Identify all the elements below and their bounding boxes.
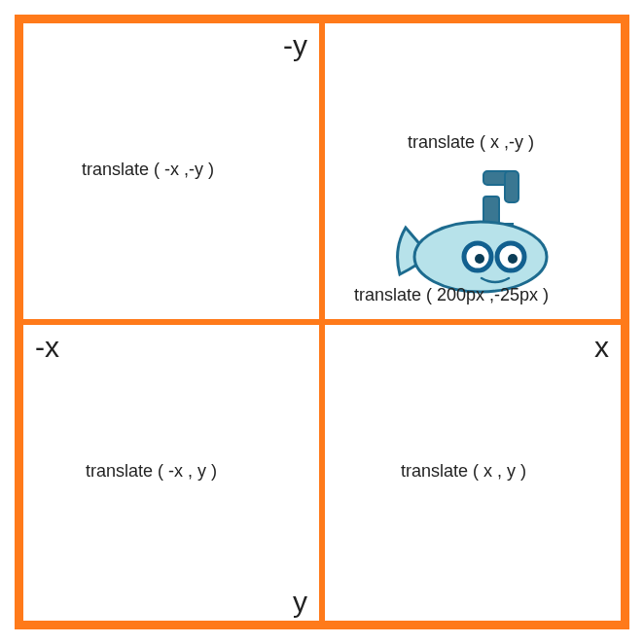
- diagram-frame: -y translate ( -x ,-y ) translate ( x ,-…: [0, 0, 644, 644]
- svg-point-6: [475, 254, 484, 264]
- translate-fn-q1: translate ( x ,-y ): [408, 132, 534, 153]
- axis-neg-y-label: -y: [283, 29, 307, 62]
- quadrant-grid: -y translate ( -x ,-y ) translate ( x ,-…: [15, 15, 629, 629]
- axis-pos-x-label: x: [594, 331, 609, 364]
- quadrant-1: translate ( x ,-y ): [322, 20, 624, 322]
- svg-point-7: [508, 254, 518, 264]
- quadrant-4: x translate ( x , y ): [322, 322, 624, 624]
- submarine-icon: [388, 160, 563, 296]
- quadrant-2: -y translate ( -x ,-y ): [20, 20, 322, 322]
- translate-fn-q3: translate ( -x , y ): [86, 461, 217, 482]
- translate-example-q1: translate ( 200px ,-25px ): [354, 285, 549, 305]
- translate-fn-q4: translate ( x , y ): [401, 461, 526, 482]
- axis-neg-x-label: -x: [35, 331, 59, 364]
- quadrant-3: -x translate ( -x , y ) y: [20, 322, 322, 624]
- axis-pos-y-label: y: [293, 586, 307, 619]
- svg-rect-2: [505, 171, 519, 202]
- translate-fn-q2: translate ( -x ,-y ): [82, 160, 214, 180]
